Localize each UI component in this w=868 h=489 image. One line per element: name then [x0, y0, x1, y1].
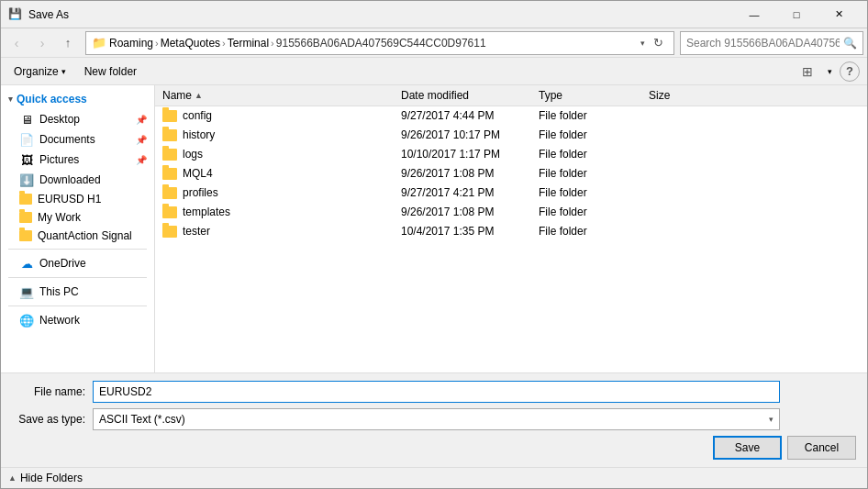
- sidebar-item-downloaded[interactable]: ⬇️ Downloaded: [1, 170, 154, 190]
- sidebar-item-quantaction[interactable]: QuantAction Signal: [1, 227, 154, 245]
- hide-folders-toggle[interactable]: ▲ Hide Folders: [1, 467, 867, 488]
- folder-icon-addr: 📁: [92, 36, 106, 50]
- save-as-row: Save as type: ASCII Text (*.csv) ▾: [12, 408, 856, 430]
- file-date: 9/27/2017 4:21 PM: [401, 186, 539, 199]
- file-type: File folder: [539, 206, 649, 218]
- search-bar[interactable]: 🔍: [680, 31, 863, 55]
- file-name: logs: [183, 148, 203, 161]
- new-folder-button[interactable]: New folder: [79, 61, 142, 83]
- sidebar-item-onedrive-label: OneDrive: [39, 257, 86, 270]
- network-section: 🌐 Network: [1, 310, 154, 330]
- table-row[interactable]: config 9/27/2017 4:44 PM File folder: [155, 106, 867, 126]
- folder-icon: [162, 226, 177, 238]
- folder-icon: [162, 149, 177, 161]
- thispc-icon: 💻: [19, 284, 34, 299]
- file-date: 9/26/2017 10:17 PM: [401, 128, 539, 141]
- quick-access-header[interactable]: ▾ Quick access: [1, 89, 154, 109]
- thispc-section: 💻 This PC: [1, 282, 154, 302]
- sidebar-item-documents-label: Documents: [39, 133, 95, 146]
- table-row[interactable]: templates 9/26/2017 1:08 PM File folder: [155, 203, 867, 222]
- file-name: templates: [183, 206, 230, 218]
- file-name: profiles: [183, 186, 218, 199]
- file-name: MQL4: [183, 167, 213, 180]
- hide-folders-chevron: ▲: [8, 473, 17, 483]
- pin-icon-2: 📌: [136, 135, 147, 145]
- documents-icon: 📄: [19, 132, 34, 147]
- file-date: 9/26/2017 1:08 PM: [401, 206, 539, 218]
- file-rows-container: config 9/27/2017 4:44 PM File folder his…: [155, 106, 867, 241]
- file-type: File folder: [539, 167, 649, 180]
- sidebar-item-onedrive[interactable]: ☁ OneDrive: [1, 253, 154, 273]
- file-name-input[interactable]: [93, 381, 780, 403]
- sidebar-item-thispc[interactable]: 💻 This PC: [1, 282, 154, 302]
- organize-dropdown-icon: ▾: [61, 67, 66, 76]
- pin-icon-3: 📌: [136, 155, 147, 165]
- file-list-header: Name ▲ Date modified Type Size: [155, 85, 867, 106]
- sidebar-item-mywork[interactable]: My Work: [1, 208, 154, 227]
- save-as-arrow: ▾: [769, 415, 773, 424]
- save-as-select[interactable]: ASCII Text (*.csv) ▾: [93, 408, 780, 430]
- file-name: tester: [183, 225, 210, 238]
- table-row[interactable]: MQL4 9/26/2017 1:08 PM File folder: [155, 164, 867, 183]
- col-header-size[interactable]: Size: [649, 89, 860, 102]
- content-area: ▾ Quick access 🖥 Desktop 📌 📄 Documents 📌…: [1, 85, 867, 372]
- sidebar-item-thispc-label: This PC: [39, 285, 79, 298]
- table-row[interactable]: profiles 9/27/2017 4:21 PM File folder: [155, 183, 867, 203]
- nav-toolbar: ‹ › ↑ 📁 Roaming › MetaQuotes › Terminal …: [1, 28, 867, 58]
- file-type: File folder: [539, 109, 649, 122]
- hide-folders-label: Hide Folders: [20, 472, 83, 484]
- address-bar[interactable]: 📁 Roaming › MetaQuotes › Terminal › 9155…: [85, 31, 674, 55]
- mywork-icon: [19, 212, 32, 223]
- bottom-area: File name: Save as type: ASCII Text (*.c…: [1, 372, 867, 467]
- col-header-type[interactable]: Type: [539, 89, 649, 102]
- sidebar-item-mywork-label: My Work: [38, 211, 81, 224]
- pictures-icon: 🖼: [19, 152, 34, 167]
- file-type: File folder: [539, 186, 649, 199]
- col-header-date[interactable]: Date modified: [401, 89, 539, 102]
- minimize-button[interactable]: —: [733, 1, 775, 28]
- organize-button[interactable]: Organize ▾: [8, 61, 72, 83]
- col-header-name[interactable]: Name ▲: [162, 89, 401, 102]
- sidebar: ▾ Quick access 🖥 Desktop 📌 📄 Documents 📌…: [1, 85, 155, 372]
- file-list-area: Name ▲ Date modified Type Size config: [155, 85, 867, 372]
- cancel-button[interactable]: Cancel: [787, 436, 856, 460]
- view-dropdown-arrow[interactable]: ▾: [828, 67, 832, 76]
- view-options-button[interactable]: ⊞: [795, 60, 820, 83]
- sidebar-item-eurusd[interactable]: EURUSD H1: [1, 190, 154, 208]
- sidebar-item-documents[interactable]: 📄 Documents 📌: [1, 129, 154, 150]
- close-button[interactable]: ✕: [818, 1, 860, 28]
- file-type: File folder: [539, 148, 649, 161]
- breadcrumb-roaming: Roaming: [109, 37, 153, 50]
- sidebar-item-network-label: Network: [39, 314, 80, 327]
- help-button[interactable]: ?: [840, 61, 860, 82]
- table-row[interactable]: history 9/26/2017 10:17 PM File folder: [155, 126, 867, 145]
- sidebar-item-network[interactable]: 🌐 Network: [1, 310, 154, 330]
- sidebar-item-desktop[interactable]: 🖥 Desktop 📌: [1, 109, 154, 129]
- title-bar-left: 💾 Save As: [8, 7, 69, 22]
- folder-icon: [162, 129, 177, 141]
- save-as-dialog: 💾 Save As — □ ✕ ‹ › ↑ 📁 Roaming › MetaQu…: [0, 0, 868, 489]
- action-bar: Organize ▾ New folder ⊞ ▾ ?: [1, 58, 867, 85]
- save-button[interactable]: Save: [713, 436, 782, 460]
- save-as-value: ASCII Text (*.csv): [99, 413, 185, 426]
- file-date: 10/4/2017 1:35 PM: [401, 225, 539, 238]
- forward-button[interactable]: ›: [30, 31, 54, 55]
- refresh-button[interactable]: ↻: [648, 33, 668, 53]
- back-button[interactable]: ‹: [5, 31, 28, 55]
- table-row[interactable]: tester 10/4/2017 1:35 PM File folder: [155, 222, 867, 241]
- save-as-label: Save as type:: [12, 413, 85, 426]
- network-icon: 🌐: [19, 313, 34, 328]
- maximize-button[interactable]: □: [775, 1, 818, 28]
- file-date: 9/27/2017 4:44 PM: [401, 109, 539, 122]
- table-row[interactable]: logs 10/10/2017 1:17 PM File folder: [155, 145, 867, 164]
- file-name: config: [183, 109, 212, 122]
- address-dropdown-arrow[interactable]: ▾: [640, 39, 645, 48]
- sidebar-item-pictures[interactable]: 🖼 Pictures 📌: [1, 150, 154, 170]
- breadcrumb-terminal: Terminal: [228, 37, 269, 50]
- search-input[interactable]: [686, 37, 840, 50]
- file-date: 9/26/2017 1:08 PM: [401, 167, 539, 180]
- sidebar-item-label: Quick access: [17, 93, 87, 106]
- folder-icon: [162, 110, 177, 122]
- bottom-buttons: Save Cancel: [12, 436, 856, 460]
- up-button[interactable]: ↑: [56, 31, 80, 55]
